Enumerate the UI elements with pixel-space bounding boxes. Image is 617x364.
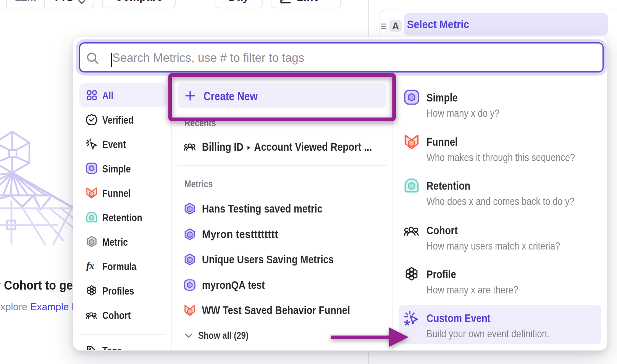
svg-text:fx: fx [86, 261, 94, 271]
